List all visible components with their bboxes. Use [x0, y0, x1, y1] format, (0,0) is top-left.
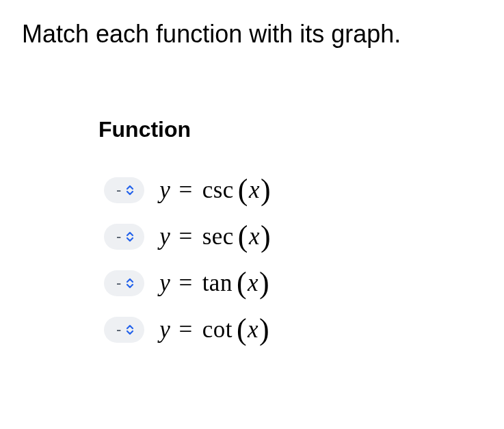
- variable-x: x: [248, 270, 258, 297]
- function-name: cot: [202, 316, 233, 343]
- variable-x: x: [248, 316, 258, 343]
- equals-sign: =: [178, 177, 192, 204]
- match-select-value: -: [116, 229, 121, 244]
- function-name: csc: [202, 177, 234, 204]
- formula: y = sec ( x ): [159, 223, 271, 250]
- chevron-updown-icon: [125, 324, 135, 335]
- variable-x: x: [249, 223, 260, 250]
- list-item: - y = cot ( x ): [104, 316, 482, 343]
- match-select-value: -: [116, 322, 121, 337]
- formula: y = tan ( x ): [159, 270, 269, 297]
- column-header-function: Function: [98, 117, 482, 142]
- chevron-updown-icon: [125, 185, 135, 196]
- chevron-updown-icon: [125, 231, 135, 242]
- list-item: - y = tan ( x ): [104, 270, 482, 297]
- equals-sign: =: [178, 270, 192, 297]
- match-select[interactable]: -: [104, 224, 144, 250]
- formula: y = cot ( x ): [159, 316, 269, 343]
- variable-y: y: [159, 223, 170, 250]
- equals-sign: =: [178, 223, 192, 250]
- variable-x: x: [249, 177, 260, 204]
- match-select-value: -: [116, 183, 121, 198]
- match-select-value: -: [116, 276, 121, 291]
- match-select[interactable]: -: [104, 317, 144, 343]
- function-name: sec: [202, 223, 234, 250]
- list-item: - y = csc ( x ): [104, 177, 482, 204]
- function-name: tan: [202, 270, 233, 297]
- formula: y = csc ( x ): [159, 177, 271, 204]
- match-select[interactable]: -: [104, 270, 144, 296]
- match-items-list: - y = csc ( x ) - y = sec (: [104, 177, 482, 343]
- equals-sign: =: [178, 316, 192, 343]
- match-select[interactable]: -: [104, 177, 144, 203]
- question-prompt: Match each function with its graph.: [22, 19, 482, 49]
- variable-y: y: [159, 177, 170, 204]
- variable-y: y: [159, 270, 170, 297]
- chevron-updown-icon: [125, 278, 135, 289]
- list-item: - y = sec ( x ): [104, 223, 482, 250]
- variable-y: y: [159, 316, 170, 343]
